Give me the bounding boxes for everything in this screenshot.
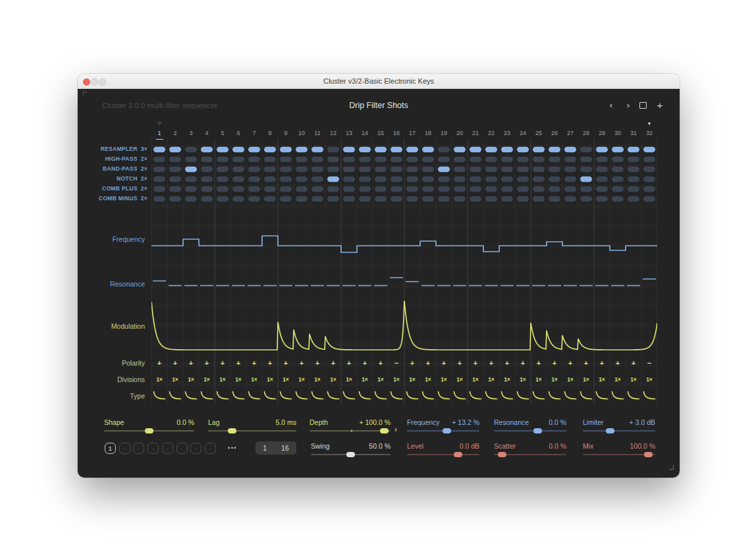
mix-track[interactable] (583, 454, 655, 455)
step-cell-resampler-23[interactable] (501, 147, 513, 153)
expand-params-chevron[interactable]: › (394, 425, 397, 434)
zoom-button[interactable] (99, 78, 106, 86)
polarity-step-19[interactable]: + (442, 359, 446, 367)
scatter-slider[interactable]: Scatter0.0 % (494, 442, 566, 458)
step-cell-comb-plus-31[interactable] (628, 186, 639, 192)
division-step-32[interactable]: 1× (646, 376, 653, 383)
step-cell-notch-17[interactable] (406, 177, 418, 182)
step-cell-band-pass-4[interactable] (201, 167, 213, 173)
step-cell-band-pass-27[interactable] (564, 167, 576, 173)
step-cell-resampler-15[interactable] (375, 147, 387, 153)
step-cell-comb-minus-12[interactable] (327, 196, 339, 202)
scatter-track[interactable] (494, 454, 566, 455)
step-cell-notch-28[interactable] (580, 177, 592, 182)
pattern-button-2[interactable]: - (119, 443, 130, 454)
step-cell-resampler-29[interactable] (596, 147, 608, 153)
step-cell-notch-26[interactable] (549, 177, 560, 182)
shape-slider[interactable]: Shape0.0 % (104, 418, 194, 434)
division-step-31[interactable]: 1× (630, 376, 637, 383)
step-cell-band-pass-24[interactable] (517, 167, 529, 173)
mix-slider[interactable]: Mix100.0 % (583, 442, 655, 458)
step-cell-notch-32[interactable] (643, 177, 655, 182)
step-cell-comb-minus-29[interactable] (596, 196, 608, 202)
title-bar[interactable]: Cluster v3/2-Basic Electronic Keys (78, 74, 680, 89)
limiter-slider[interactable]: Limiter+ 3.0 dB (583, 418, 655, 434)
swing-knob[interactable] (346, 452, 355, 457)
depth-knob[interactable] (380, 428, 389, 433)
step-cell-high-pass-25[interactable] (533, 157, 545, 163)
type-envelope-icon-step-12[interactable] (328, 392, 339, 399)
step-cell-notch-16[interactable] (391, 177, 402, 182)
type-envelope-icon-step-2[interactable] (170, 392, 181, 399)
division-step-14[interactable]: 1× (362, 376, 368, 383)
step-cell-resampler-17[interactable] (406, 147, 418, 153)
division-step-11[interactable]: 1× (314, 376, 321, 383)
step-cell-band-pass-8[interactable] (264, 167, 276, 173)
step-cell-comb-plus-1[interactable] (153, 186, 165, 192)
step-cell-notch-9[interactable] (280, 177, 292, 182)
level-track[interactable] (407, 454, 479, 455)
step-cell-notch-10[interactable] (296, 177, 308, 182)
type-envelope-icon-step-9[interactable] (281, 392, 292, 399)
step-cell-comb-plus-17[interactable] (406, 186, 418, 192)
type-envelope-icon-step-29[interactable] (597, 392, 608, 399)
step-cell-comb-minus-20[interactable] (454, 196, 466, 202)
mix-knob[interactable] (644, 452, 653, 457)
division-step-2[interactable]: 1× (172, 376, 178, 383)
step-cell-comb-plus-14[interactable] (359, 186, 371, 192)
pattern-more-button[interactable]: ••• (228, 443, 248, 454)
step-cell-resampler-4[interactable] (201, 147, 213, 153)
pattern-button-7[interactable]: - (190, 443, 202, 454)
division-step-5[interactable]: 1× (219, 376, 226, 383)
sequencer-canvas[interactable]: +1×+1×+1×+1×+1×+1×+1×+1×+1×+1×+1×+1×+1×+… (151, 134, 657, 411)
step-cell-notch-3[interactable] (185, 177, 197, 182)
close-button[interactable] (83, 78, 90, 86)
step-cell-high-pass-32[interactable] (643, 157, 655, 163)
step-cell-comb-plus-19[interactable] (438, 186, 450, 192)
polarity-step-17[interactable]: + (410, 359, 414, 367)
division-step-1[interactable]: 1× (156, 376, 163, 383)
step-cell-notch-19[interactable] (438, 177, 450, 182)
division-step-22[interactable]: 1× (488, 376, 495, 383)
step-cell-band-pass-19[interactable] (438, 167, 450, 173)
polarity-step-28[interactable]: + (584, 359, 588, 367)
type-envelope-icon-step-15[interactable] (375, 392, 387, 399)
polarity-step-15[interactable]: + (379, 359, 383, 367)
division-step-30[interactable]: 1× (614, 376, 621, 383)
step-cell-resampler-16[interactable] (391, 147, 402, 153)
step-cell-high-pass-6[interactable] (232, 157, 244, 163)
step-cell-comb-minus-28[interactable] (580, 196, 592, 202)
step-cell-comb-minus-8[interactable] (264, 196, 276, 202)
step-cell-resampler-9[interactable] (280, 147, 292, 153)
polarity-step-14[interactable]: + (363, 359, 367, 367)
step-cell-resampler-8[interactable] (264, 147, 276, 153)
shape-knob[interactable] (145, 428, 153, 433)
limiter-knob[interactable] (606, 428, 614, 433)
step-cell-comb-minus-30[interactable] (612, 196, 624, 202)
prev-preset-button[interactable]: ‹ (606, 100, 616, 110)
step-cell-comb-minus-26[interactable] (549, 196, 560, 202)
step-cell-resampler-24[interactable] (517, 147, 529, 153)
step-cell-comb-minus-15[interactable] (375, 196, 387, 202)
type-envelope-icon-step-18[interactable] (423, 392, 434, 399)
row-multiplier[interactable]: 2× (141, 165, 148, 172)
type-envelope-icon-step-17[interactable] (407, 392, 418, 399)
step-cell-comb-plus-29[interactable] (596, 186, 608, 192)
frequency-track[interactable] (407, 430, 479, 432)
resonance-slider[interactable]: Resonance0.0 % (494, 418, 566, 434)
step-cell-notch-2[interactable] (169, 177, 181, 182)
add-button[interactable]: + (655, 99, 665, 111)
row-multiplier[interactable]: 2× (141, 175, 148, 182)
step-cell-comb-plus-21[interactable] (470, 186, 481, 192)
playhead-marker[interactable]: ▽ (151, 121, 167, 126)
step-cell-comb-minus-25[interactable] (533, 196, 545, 202)
step-cell-comb-minus-3[interactable] (185, 196, 197, 202)
step-cell-comb-plus-7[interactable] (248, 186, 260, 192)
type-envelope-icon-step-32[interactable] (644, 392, 655, 399)
polarity-step-13[interactable]: + (347, 359, 351, 367)
step-cell-notch-29[interactable] (596, 177, 608, 182)
step-cell-notch-4[interactable] (201, 177, 213, 182)
step-cell-comb-minus-6[interactable] (232, 196, 244, 202)
step-cell-comb-minus-19[interactable] (438, 196, 450, 202)
lag-knob[interactable] (228, 428, 236, 433)
